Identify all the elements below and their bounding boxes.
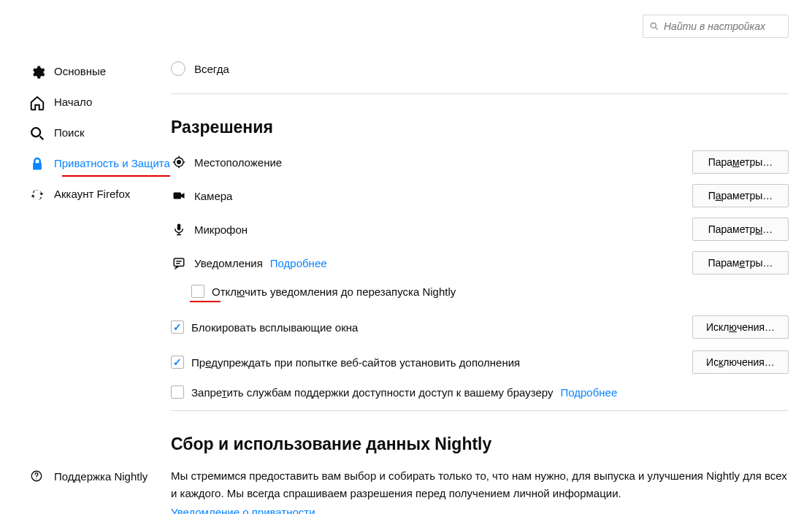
svg-line-1 xyxy=(40,137,44,140)
svg-point-0 xyxy=(31,128,40,137)
lock-icon xyxy=(29,156,45,172)
svg-line-5 xyxy=(656,28,658,30)
location-settings-button[interactable]: Параметры… xyxy=(692,150,789,174)
section-title-permissions: Разрешения xyxy=(171,118,789,137)
sidebar-item-general[interactable]: Основные xyxy=(29,57,171,88)
notifications-settings-button[interactable]: Параметры… xyxy=(692,251,789,275)
svg-point-3 xyxy=(36,478,37,479)
block-popups-row: Блокировать всплывающие окна Исключения… xyxy=(171,315,789,339)
sidebar-item-search[interactable]: Поиск xyxy=(29,118,171,149)
permission-label: Местоположение xyxy=(194,156,282,169)
sidebar: Основные Начало Поиск Приватность и Защи… xyxy=(0,0,171,514)
warn-addons-checkbox[interactable] xyxy=(171,356,184,369)
sidebar-item-label: Поиск xyxy=(54,126,85,140)
main-content: Всегда Разрешения Местоположение Парамет… xyxy=(171,0,812,514)
search-icon xyxy=(29,126,45,142)
sidebar-item-privacy[interactable]: Приватность и Защита xyxy=(29,149,171,180)
help-icon xyxy=(29,469,44,483)
home-icon xyxy=(29,95,45,111)
camera-icon xyxy=(171,188,187,204)
a11y-learn-more-link[interactable]: Подробнее xyxy=(560,386,617,399)
svg-point-4 xyxy=(651,23,656,28)
sidebar-item-label: Аккаунт Firefox xyxy=(54,187,130,202)
support-link[interactable]: Поддержка Nightly xyxy=(29,469,148,483)
warn-addons-label: Предупреждать при попытке веб-сайтов уст… xyxy=(191,356,520,369)
notifications-learn-more-link[interactable]: Подробнее xyxy=(270,257,327,269)
block-a11y-row: Запретить службам поддержки доступности … xyxy=(171,386,789,399)
permission-microphone: Микрофон Параметры… xyxy=(171,218,789,241)
highlight-underline xyxy=(190,301,221,302)
sidebar-item-home[interactable]: Начало xyxy=(29,88,171,118)
section-divider xyxy=(171,410,789,411)
permission-notifications: Уведомления Подробнее Параметры… xyxy=(171,251,789,275)
block-a11y-label: Запретить службам поддержки доступности … xyxy=(191,386,553,399)
search-box[interactable] xyxy=(643,15,789,38)
svg-rect-14 xyxy=(174,258,184,266)
pause-notifications-checkbox[interactable] xyxy=(191,285,204,298)
block-a11y-checkbox[interactable] xyxy=(171,386,184,399)
sync-icon xyxy=(29,187,45,203)
addons-exceptions-button[interactable]: Исключения… xyxy=(692,350,789,374)
radio-always[interactable]: Всегда xyxy=(171,58,789,94)
sidebar-item-label: Приватность и Защита xyxy=(54,156,170,171)
section-title-datacollection: Сбор и использование данных Nightly xyxy=(171,434,789,454)
permission-label: Камера xyxy=(194,190,232,202)
block-popups-label: Блокировать всплывающие окна xyxy=(191,321,358,334)
permission-label: Микрофон xyxy=(194,223,248,236)
pause-notifications-row: Отключить уведомления до перезапуска Nig… xyxy=(191,285,789,298)
datacollection-description: Мы стремимся предоставить вам выбор и со… xyxy=(171,467,789,502)
warn-addons-row: Предупреждать при попытке веб-сайтов уст… xyxy=(171,350,789,374)
camera-settings-button[interactable]: Параметры… xyxy=(692,184,789,207)
location-icon xyxy=(171,154,187,170)
sidebar-item-account[interactable]: Аккаунт Firefox xyxy=(29,180,171,210)
search-input[interactable] xyxy=(664,20,782,32)
permission-label: Уведомления xyxy=(194,257,263,269)
pause-notifications-label: Отключить уведомления до перезапуска Nig… xyxy=(212,285,456,298)
permission-location: Местоположение Параметры… xyxy=(171,150,789,174)
block-popups-checkbox[interactable] xyxy=(171,321,184,334)
search-icon xyxy=(649,21,659,31)
support-label: Поддержка Nightly xyxy=(54,470,148,483)
privacy-notice-link[interactable]: Уведомление о приватности xyxy=(171,506,315,514)
sidebar-item-label: Основные xyxy=(54,64,106,79)
microphone-icon xyxy=(171,221,187,237)
radio-label: Всегда xyxy=(194,63,229,75)
radio-icon[interactable] xyxy=(171,61,185,76)
notifications-icon xyxy=(171,255,187,271)
svg-rect-13 xyxy=(177,224,181,231)
gear-icon xyxy=(29,64,45,80)
microphone-settings-button[interactable]: Параметры… xyxy=(692,218,789,241)
permission-camera: Камера Параметры… xyxy=(171,184,789,207)
sidebar-item-label: Начало xyxy=(54,95,92,110)
active-underline xyxy=(62,175,170,177)
popups-exceptions-button[interactable]: Исключения… xyxy=(692,315,789,339)
svg-point-6 xyxy=(177,161,181,164)
svg-rect-12 xyxy=(174,193,182,199)
